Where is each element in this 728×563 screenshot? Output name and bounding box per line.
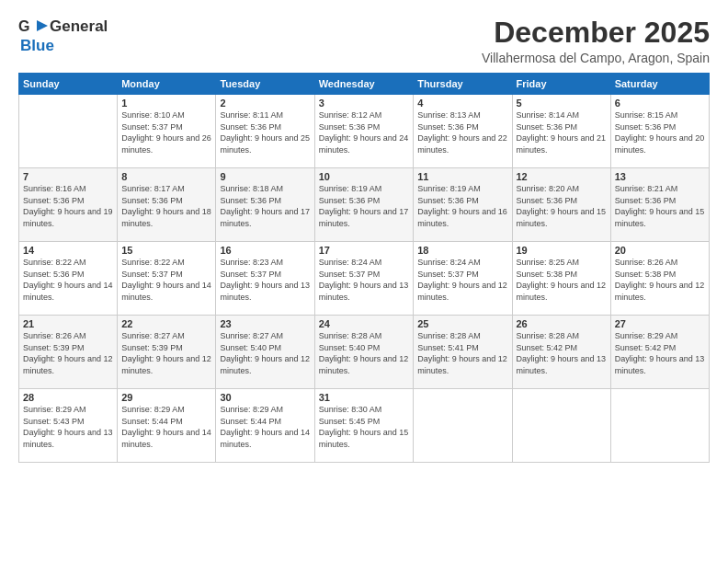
day-info: Sunrise: 8:29 AM Sunset: 5:43 PM Dayligh… (23, 404, 113, 450)
sunset-text: Sunset: 5:45 PM (319, 417, 381, 426)
day-number: 24 (319, 318, 409, 329)
sunrise-text: Sunrise: 8:30 AM (319, 405, 382, 414)
day-info: Sunrise: 8:24 AM Sunset: 5:37 PM Dayligh… (417, 257, 507, 303)
daylight-text: Daylight: 9 hours and 24 minutes. (319, 133, 409, 155)
svg-marker-1 (37, 20, 48, 31)
sunset-text: Sunset: 5:36 PM (220, 196, 281, 205)
col-thursday: Thursday (414, 74, 512, 95)
sunset-text: Sunset: 5:36 PM (23, 196, 85, 205)
day-number: 16 (220, 245, 310, 256)
sunrise-text: Sunrise: 8:26 AM (23, 331, 86, 340)
day-info: Sunrise: 8:28 AM Sunset: 5:41 PM Dayligh… (417, 330, 507, 376)
daylight-text: Daylight: 9 hours and 14 minutes. (23, 281, 113, 302)
table-row: 7 Sunrise: 8:16 AM Sunset: 5:36 PM Dayli… (19, 168, 118, 242)
daylight-text: Daylight: 9 hours and 12 minutes. (615, 281, 705, 302)
sunset-text: Sunset: 5:39 PM (23, 343, 85, 352)
sunset-text: Sunset: 5:36 PM (615, 122, 677, 132)
table-row: 3 Sunrise: 8:12 AM Sunset: 5:36 PM Dayli… (314, 95, 413, 168)
table-row: 31 Sunrise: 8:30 AM Sunset: 5:45 PM Dayl… (314, 389, 413, 463)
sunrise-text: Sunrise: 8:13 AM (417, 110, 481, 120)
svg-text:G: G (18, 18, 29, 34)
daylight-text: Daylight: 9 hours and 14 minutes. (121, 428, 211, 449)
daylight-text: Daylight: 9 hours and 13 minutes. (319, 281, 409, 302)
logo-text-general: General (50, 17, 108, 36)
day-number: 3 (319, 98, 409, 109)
col-saturday: Saturday (610, 74, 709, 95)
daylight-text: Daylight: 9 hours and 18 minutes. (121, 207, 211, 228)
day-info: Sunrise: 8:26 AM Sunset: 5:38 PM Dayligh… (615, 257, 705, 303)
sunset-text: Sunset: 5:44 PM (121, 417, 183, 426)
table-row: 27 Sunrise: 8:29 AM Sunset: 5:42 PM Dayl… (610, 316, 709, 389)
calendar-week-row: 28 Sunrise: 8:29 AM Sunset: 5:43 PM Dayl… (19, 389, 710, 463)
table-row: 8 Sunrise: 8:17 AM Sunset: 5:36 PM Dayli… (118, 168, 216, 242)
sunrise-text: Sunrise: 8:23 AM (220, 258, 283, 267)
daylight-text: Daylight: 9 hours and 19 minutes. (23, 207, 113, 228)
daylight-text: Daylight: 9 hours and 16 minutes. (417, 207, 507, 228)
sunset-text: Sunset: 5:38 PM (615, 270, 677, 279)
sunset-text: Sunset: 5:41 PM (417, 343, 479, 352)
day-number: 27 (615, 318, 705, 329)
day-number: 19 (517, 245, 607, 256)
day-info: Sunrise: 8:14 AM Sunset: 5:36 PM Dayligh… (517, 109, 607, 155)
table-row: 9 Sunrise: 8:18 AM Sunset: 5:36 PM Dayli… (216, 168, 314, 242)
day-number: 4 (417, 98, 507, 109)
daylight-text: Daylight: 9 hours and 12 minutes. (23, 354, 113, 375)
daylight-text: Daylight: 9 hours and 14 minutes. (121, 281, 211, 302)
day-info: Sunrise: 8:15 AM Sunset: 5:36 PM Dayligh… (615, 109, 705, 155)
sunset-text: Sunset: 5:40 PM (220, 343, 281, 352)
table-row: 26 Sunrise: 8:28 AM Sunset: 5:42 PM Dayl… (512, 316, 610, 389)
daylight-text: Daylight: 9 hours and 12 minutes. (517, 281, 607, 302)
col-wednesday: Wednesday (314, 74, 413, 95)
day-number: 8 (121, 171, 211, 182)
day-number: 15 (121, 245, 211, 256)
col-monday: Monday (118, 74, 216, 95)
daylight-text: Daylight: 9 hours and 14 minutes. (220, 428, 310, 449)
table-row (19, 95, 118, 168)
daylight-text: Daylight: 9 hours and 13 minutes. (23, 428, 113, 449)
day-info: Sunrise: 8:21 AM Sunset: 5:36 PM Dayligh… (615, 183, 705, 229)
table-row: 20 Sunrise: 8:26 AM Sunset: 5:38 PM Dayl… (610, 242, 709, 316)
table-row: 6 Sunrise: 8:15 AM Sunset: 5:36 PM Dayli… (610, 95, 709, 168)
daylight-text: Daylight: 9 hours and 15 minutes. (615, 207, 705, 228)
day-number: 22 (121, 318, 211, 329)
sunrise-text: Sunrise: 8:15 AM (615, 110, 678, 120)
sunrise-text: Sunrise: 8:19 AM (319, 184, 382, 193)
day-info: Sunrise: 8:20 AM Sunset: 5:36 PM Dayligh… (517, 183, 607, 229)
day-info: Sunrise: 8:30 AM Sunset: 5:45 PM Dayligh… (319, 404, 409, 450)
col-tuesday: Tuesday (216, 74, 314, 95)
daylight-text: Daylight: 9 hours and 12 minutes. (220, 354, 310, 375)
sunset-text: Sunset: 5:44 PM (220, 417, 281, 426)
calendar-week-row: 21 Sunrise: 8:26 AM Sunset: 5:39 PM Dayl… (19, 316, 710, 389)
day-number: 11 (417, 171, 507, 182)
sunset-text: Sunset: 5:42 PM (615, 343, 677, 352)
sunrise-text: Sunrise: 8:28 AM (517, 331, 580, 340)
sunset-text: Sunset: 5:36 PM (517, 122, 578, 132)
sunrise-text: Sunrise: 8:28 AM (417, 331, 481, 340)
daylight-text: Daylight: 9 hours and 26 minutes. (121, 133, 211, 155)
daylight-text: Daylight: 9 hours and 15 minutes. (517, 207, 607, 228)
day-number: 13 (615, 171, 705, 182)
sunset-text: Sunset: 5:38 PM (517, 270, 578, 279)
sunrise-text: Sunrise: 8:18 AM (220, 184, 283, 193)
daylight-text: Daylight: 9 hours and 17 minutes. (319, 207, 409, 228)
daylight-text: Daylight: 9 hours and 15 minutes. (319, 428, 409, 449)
calendar-header-row: Sunday Monday Tuesday Wednesday Thursday… (19, 74, 710, 95)
calendar-week-row: 1 Sunrise: 8:10 AM Sunset: 5:37 PM Dayli… (19, 95, 710, 168)
table-row: 25 Sunrise: 8:28 AM Sunset: 5:41 PM Dayl… (414, 316, 512, 389)
sunset-text: Sunset: 5:43 PM (23, 417, 85, 426)
table-row: 12 Sunrise: 8:20 AM Sunset: 5:36 PM Dayl… (512, 168, 610, 242)
location-text: Villahermosa del Campo, Aragon, Spain (482, 51, 710, 65)
sunrise-text: Sunrise: 8:14 AM (517, 110, 580, 120)
sunset-text: Sunset: 5:36 PM (417, 196, 479, 205)
table-row: 4 Sunrise: 8:13 AM Sunset: 5:36 PM Dayli… (414, 95, 512, 168)
daylight-text: Daylight: 9 hours and 25 minutes. (220, 133, 310, 155)
day-info: Sunrise: 8:18 AM Sunset: 5:36 PM Dayligh… (220, 183, 310, 229)
day-info: Sunrise: 8:22 AM Sunset: 5:36 PM Dayligh… (23, 257, 113, 303)
day-info: Sunrise: 8:22 AM Sunset: 5:37 PM Dayligh… (121, 257, 211, 303)
table-row: 1 Sunrise: 8:10 AM Sunset: 5:37 PM Dayli… (118, 95, 216, 168)
day-number: 18 (417, 245, 507, 256)
day-info: Sunrise: 8:27 AM Sunset: 5:40 PM Dayligh… (220, 330, 310, 376)
sunrise-text: Sunrise: 8:28 AM (319, 331, 382, 340)
table-row: 10 Sunrise: 8:19 AM Sunset: 5:36 PM Dayl… (314, 168, 413, 242)
daylight-text: Daylight: 9 hours and 20 minutes. (615, 133, 705, 155)
